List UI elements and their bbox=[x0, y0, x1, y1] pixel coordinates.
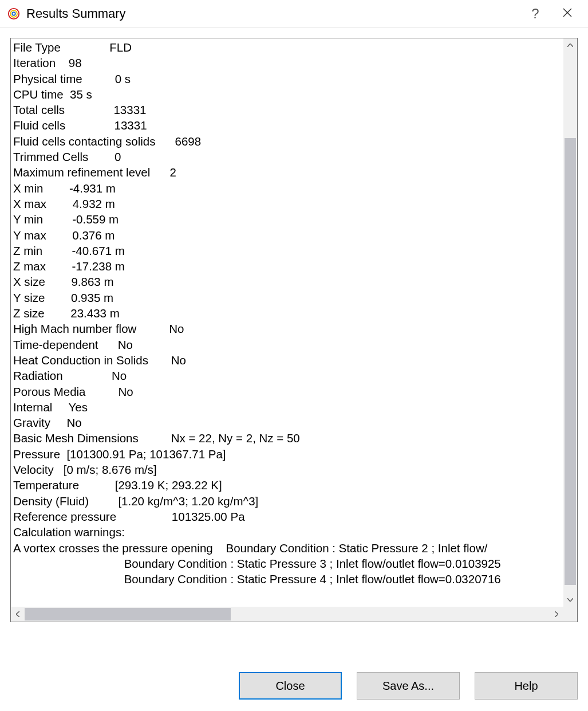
vertical-scroll-track[interactable] bbox=[563, 52, 577, 593]
vertical-scroll-thumb[interactable] bbox=[565, 138, 576, 585]
help-icon: ? bbox=[531, 6, 539, 22]
horizontal-scroll-track[interactable] bbox=[25, 607, 550, 622]
summary-text[interactable]: File Type FLD Iteration 98 Physical time… bbox=[11, 38, 563, 607]
help-button[interactable]: ? bbox=[519, 2, 551, 25]
button-row: Close Save As... Help bbox=[0, 658, 588, 711]
scroll-right-icon[interactable] bbox=[550, 607, 563, 622]
close-icon bbox=[562, 6, 573, 21]
svg-point-2 bbox=[12, 12, 15, 15]
close-window-button[interactable] bbox=[551, 2, 583, 25]
summary-text-frame: File Type FLD Iteration 98 Physical time… bbox=[10, 38, 578, 622]
titlebar: Results Summary ? bbox=[0, 0, 588, 28]
save-as-button[interactable]: Save As... bbox=[357, 672, 460, 700]
help-footer-button[interactable]: Help bbox=[475, 672, 578, 700]
content-area: File Type FLD Iteration 98 Physical time… bbox=[0, 28, 588, 658]
close-button[interactable]: Close bbox=[239, 672, 342, 700]
scroll-down-icon[interactable] bbox=[563, 593, 577, 607]
scroll-up-icon[interactable] bbox=[563, 38, 577, 52]
window-title: Results Summary bbox=[26, 6, 519, 21]
horizontal-scrollbar[interactable] bbox=[11, 607, 563, 622]
scroll-left-icon[interactable] bbox=[11, 607, 25, 622]
app-icon bbox=[7, 7, 21, 21]
svg-point-1 bbox=[10, 10, 17, 17]
scroll-corner bbox=[563, 607, 577, 622]
horizontal-scroll-thumb[interactable] bbox=[25, 608, 231, 620]
vertical-scrollbar[interactable] bbox=[563, 38, 577, 607]
results-summary-dialog: Results Summary ? File Type FLD Iteratio… bbox=[0, 0, 588, 711]
